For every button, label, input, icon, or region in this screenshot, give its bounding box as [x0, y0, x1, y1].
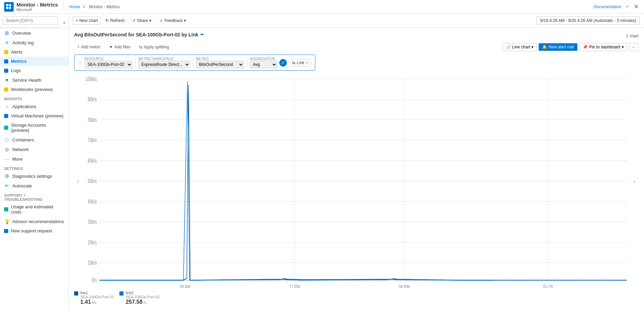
- advisor-icon: 💡: [4, 219, 10, 224]
- legend-unit-link1: k/s: [92, 300, 96, 304]
- time-range-selector[interactable]: 9/19 4:26 AM - 9/20 4:26 AM (Automatic -…: [537, 16, 640, 25]
- share-chevron: ▾: [149, 18, 151, 23]
- link-filter-pill[interactable]: ⇆ Link ✕: [289, 59, 312, 67]
- containers-icon: □: [4, 137, 10, 142]
- feedback-chevron: ▾: [184, 18, 186, 23]
- content-toolbar: + New chart ↻ Refresh ↗ Share ▾ ☺ Feedba…: [69, 14, 644, 28]
- aggregation-select[interactable]: Avg: [250, 61, 277, 68]
- legend-name-link1: link1: [80, 291, 114, 295]
- sidebar-item-storage[interactable]: Storage Accounts (preview): [0, 120, 68, 135]
- main-layout: « ⊞ Overview ≡ Activity log Alerts Metri…: [0, 14, 644, 312]
- sidebar-item-label: Virtual Machines (preview): [11, 113, 63, 118]
- namespace-select[interactable]: ExpressRoute Direct...: [138, 61, 190, 68]
- sidebar-item-label: Advisor recommendations: [12, 219, 64, 224]
- link-filter-label: Link: [297, 60, 304, 65]
- legend-subtitle-link1: SEA-100Gb-Port-02: [80, 295, 114, 299]
- chart-scroll-right[interactable]: ›: [630, 74, 639, 288]
- close-button[interactable]: ✕: [633, 2, 640, 11]
- pin-dashboard-button[interactable]: 📌 Pin to dashboard ▾: [579, 43, 627, 51]
- sidebar-item-more[interactable]: ··· More: [0, 154, 68, 164]
- refresh-button[interactable]: ↻ Refresh: [102, 16, 128, 25]
- sidebar-item-service-health[interactable]: ♥ Service Health: [0, 75, 68, 85]
- search-input[interactable]: [3, 16, 58, 25]
- legend-item-link2: link2 SEA-100Gb-Port-02 257.58 /s: [119, 291, 159, 305]
- sidebar-collapse-button[interactable]: «: [62, 19, 67, 26]
- resource-field: RESOURCE SEA-100Gb-Port-02: [84, 57, 132, 68]
- chart-type-button[interactable]: 📈 Line chart ▾: [503, 43, 537, 51]
- sidebar-item-overview[interactable]: ⊞ Overview: [0, 28, 68, 38]
- metrics-dot: [4, 59, 8, 63]
- sidebar-item-diagnostics[interactable]: ⚙ Diagnostics settings: [0, 171, 68, 181]
- new-alert-button[interactable]: 🔔 New alert rule: [539, 43, 577, 51]
- refresh-icon: ↻: [105, 18, 109, 23]
- metric-toolbar-right: 📈 Line chart ▾ 🔔 New alert rule 📌 Pin to…: [503, 43, 639, 51]
- resource-select[interactable]: SEA-100Gb-Port-02: [84, 61, 132, 68]
- new-chart-button[interactable]: + New chart: [73, 16, 101, 25]
- more-options-button[interactable]: ···: [629, 43, 639, 51]
- legend-name-link2: link2: [126, 291, 159, 295]
- feedback-button[interactable]: ☺ Feedback ▾: [156, 16, 189, 25]
- confirm-metric-button[interactable]: ✓: [279, 59, 287, 67]
- sidebar-item-label: Overview: [12, 31, 31, 36]
- svg-rect-2: [6, 7, 8, 9]
- documentation-link[interactable]: Documentation: [594, 4, 621, 9]
- svg-text:06 PM: 06 PM: [399, 284, 410, 288]
- chart-container: Avg BitsOutPerSecond for SEA-100Gb-Port-…: [69, 28, 644, 312]
- chart-title: Avg BitsOutPerSecond for SEA-100Gb-Port-…: [74, 32, 204, 37]
- refresh-label: Refresh: [110, 18, 125, 23]
- app-title-block: Monitor - Metrics Microsoft: [16, 2, 58, 12]
- sidebar-item-alerts[interactable]: Alerts: [0, 47, 68, 57]
- sidebar-item-support-request[interactable]: New support request: [0, 226, 68, 235]
- sidebar-item-logs[interactable]: Logs: [0, 66, 68, 75]
- breadcrumb-home[interactable]: Home: [69, 4, 80, 9]
- bell-icon: 🔔: [542, 45, 547, 49]
- legend-color-link2: [119, 291, 124, 296]
- logs-dot: [4, 69, 8, 73]
- sidebar-item-network[interactable]: ◎ Network: [0, 145, 68, 154]
- share-button[interactable]: ↗ Share ▾: [129, 16, 154, 25]
- svg-text:12 PM: 12 PM: [289, 284, 300, 288]
- app-title: Monitor - Metrics: [16, 2, 58, 8]
- sidebar-item-autoscale[interactable]: ✏ Autoscale: [0, 181, 68, 190]
- sidebar-item-containers[interactable]: □ Containers: [0, 135, 68, 145]
- add-filter-button[interactable]: ▼ Add filter: [106, 43, 133, 51]
- svg-text:70k/s: 70k/s: [88, 137, 97, 143]
- legend-details-link1: link1 SEA-100Gb-Port-02 1.41 k/s: [80, 291, 114, 305]
- legend-subtitle-link2: SEA-100Gb-Port-02: [126, 295, 159, 299]
- sidebar-item-metrics[interactable]: Metrics: [0, 57, 68, 66]
- sidebar-item-label: More: [12, 157, 23, 162]
- sidebar-item-applications[interactable]: ○ Applications: [0, 102, 68, 111]
- sidebar-item-label: Workbooks (preview): [11, 87, 53, 92]
- app-logo: [4, 2, 14, 12]
- svg-text:100k/s: 100k/s: [86, 76, 97, 82]
- feedback-label: Feedback: [165, 18, 183, 23]
- svg-text:40k/s: 40k/s: [88, 199, 97, 205]
- divider-3: [247, 59, 247, 67]
- top-bar-right: Documentation ↗ ✕: [594, 2, 640, 11]
- breadcrumb: Home > Monitor - Metrics: [69, 4, 121, 9]
- line-chart-icon: 📈: [506, 45, 511, 49]
- add-metric-icon: +: [77, 45, 80, 49]
- external-icon: ↗: [625, 4, 629, 9]
- sidebar-item-virtual-machines[interactable]: Virtual Machines (preview): [0, 111, 68, 120]
- metric-field: METRIC BitsOutPerSecond: [196, 57, 244, 68]
- sidebar-item-activity-log[interactable]: ≡ Activity log: [0, 38, 68, 47]
- sidebar-item-advisor[interactable]: 💡 Advisor recommendations: [0, 217, 68, 226]
- add-metric-button[interactable]: + Add metric: [74, 43, 104, 51]
- namespace-field: METRIC NAMESPACE ExpressRoute Direct...: [138, 57, 190, 68]
- metric-select[interactable]: BitsOutPerSecond: [196, 61, 244, 68]
- sidebar-item-label: Autoscale: [12, 183, 32, 188]
- edit-icon[interactable]: ✏: [200, 32, 204, 37]
- activity-log-icon: ≡: [4, 40, 10, 45]
- divider-1: [135, 59, 136, 67]
- apply-splitting-button[interactable]: ⇆ Apply splitting: [136, 43, 172, 51]
- add-metric-label: Add metric: [81, 45, 101, 49]
- sidebar-item-workbooks[interactable]: Workbooks (preview): [0, 85, 68, 94]
- remove-link-filter-button[interactable]: ✕: [306, 61, 308, 65]
- legend-color-link1: [74, 291, 78, 296]
- diagnostics-icon: ⚙: [4, 173, 10, 179]
- sidebar-item-costs[interactable]: Usage and estimated costs: [0, 202, 68, 217]
- chart-legend: link1 SEA-100Gb-Port-02 1.41 k/s link2 S…: [74, 288, 639, 308]
- pin-icon: 📌: [583, 45, 588, 49]
- chart-scroll-left[interactable]: ‹: [74, 74, 82, 288]
